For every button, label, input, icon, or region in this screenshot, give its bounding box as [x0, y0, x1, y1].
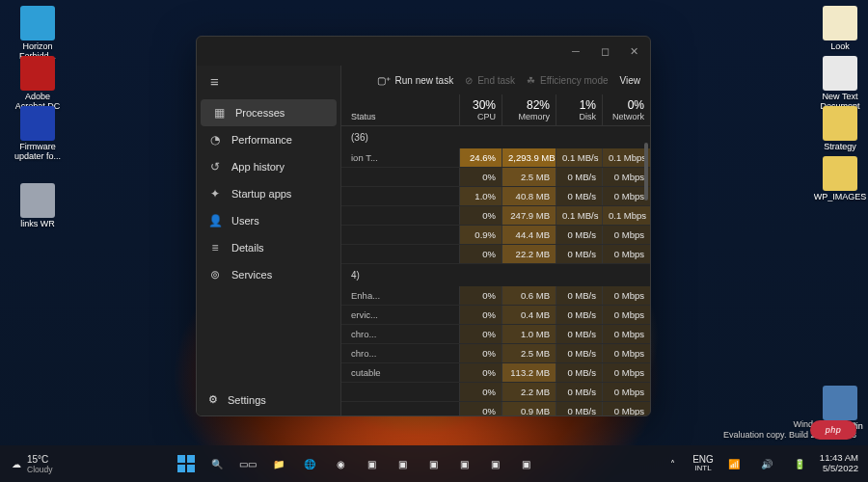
sidebar: ≡ ▦Processes◔Performance↺App history✦Sta…	[197, 66, 341, 415]
build-watermark: Windows 11 Pro Evaluation copy. Build 22…	[723, 419, 856, 442]
search-button[interactable]: 🔍	[204, 451, 230, 476]
hamburger-button[interactable]: ≡	[197, 66, 340, 99]
app-icon[interactable]: ▣	[513, 451, 538, 476]
leaf-icon: ☘	[527, 75, 535, 86]
file-icon	[823, 386, 857, 420]
taskbar-center: 🔍 ▭▭ 📁 🌐 ◉ ▣ ▣ ▣ ▣ ▣ ▣	[52, 451, 660, 476]
processes-icon: ▦	[212, 106, 226, 120]
settings-label: Settings	[228, 394, 266, 406]
app-icon[interactable]: ▣	[359, 451, 384, 476]
svg-rect-1	[187, 455, 195, 463]
desktop-icon[interactable]: links WR	[10, 183, 66, 229]
table-row[interactable]: 0%2.5 MB0 MB/s0 Mbps	[341, 168, 650, 187]
app-icon[interactable]: ▣	[482, 451, 507, 476]
nav-processes[interactable]: ▦Processes	[201, 99, 337, 126]
scrollbar-thumb[interactable]	[644, 143, 648, 201]
file-icon	[20, 56, 55, 91]
volume-icon[interactable]: 🔊	[754, 451, 779, 476]
app-icon[interactable]: ▣	[420, 451, 446, 476]
task-view-button[interactable]: ▭▭	[235, 451, 260, 476]
desktop-icon[interactable]: New Text Document	[812, 56, 868, 112]
col-network[interactable]: 0%Network	[602, 94, 650, 125]
file-icon	[823, 106, 857, 141]
users-icon: 👤	[208, 214, 222, 228]
table-row[interactable]: 0%247.9 MB0.1 MB/s0.1 Mbps	[341, 206, 650, 226]
table-row[interactable]: 1.0%40.8 MB0 MB/s0 Mbps	[341, 187, 650, 206]
desktop-icon[interactable]: Strategy	[812, 106, 868, 152]
tray-chevron-icon[interactable]: ˄	[660, 451, 685, 476]
gear-icon: ⚙	[208, 393, 218, 406]
table-header: Status 30%CPU 82%Memory 1%Disk 0%Network	[341, 94, 650, 126]
table-row[interactable]: 0.9%44.4 MB0 MB/s0 Mbps	[341, 226, 650, 245]
nav-services[interactable]: ⊚Services	[197, 261, 340, 288]
table-row[interactable]: 0%0.9 MB0 MB/s0 Mbps	[341, 402, 650, 415]
svg-rect-3	[187, 465, 195, 472]
language-indicator[interactable]: ENGINTL	[692, 454, 714, 473]
system-tray: ˄ ENGINTL 📶 🔊 🔋 11:43 AM5/5/2022	[660, 451, 868, 476]
svg-rect-0	[177, 455, 185, 463]
process-table: Status 30%CPU 82%Memory 1%Disk 0%Network…	[341, 94, 650, 415]
main-panel: ▢⁺ Run new task ⊘ End task ☘ Efficiency …	[341, 66, 650, 415]
wifi-icon[interactable]: 📶	[721, 451, 746, 476]
table-row[interactable]: chro...0%1.0 MB0 MB/s0 Mbps	[341, 325, 650, 344]
file-icon	[823, 6, 857, 40]
file-icon	[823, 56, 857, 91]
desktop-icon[interactable]: Adobe Acrobat DC	[10, 56, 66, 112]
nav-details[interactable]: ≡Details	[197, 234, 340, 261]
file-icon	[20, 6, 55, 40]
settings-nav-item[interactable]: ⚙ Settings	[197, 386, 340, 415]
table-row[interactable]: Enha...0%0.6 MB0 MB/s0 Mbps	[341, 286, 650, 306]
efficiency-mode-button: ☘ Efficiency mode	[527, 75, 608, 86]
taskbar-weather[interactable]: ☁ 15°C Cloudy	[0, 454, 52, 474]
close-button[interactable]: ✕	[619, 40, 648, 63]
table-row[interactable]: 0%22.2 MB0 MB/s0 Mbps	[341, 245, 650, 264]
nav-performance[interactable]: ◔Performance	[197, 126, 340, 153]
svg-rect-2	[177, 465, 185, 472]
desktop-icon[interactable]: WP_IMAGES	[812, 156, 868, 202]
stop-icon: ⊘	[465, 75, 473, 86]
taskbar: ☁ 15°C Cloudy 🔍 ▭▭ 📁 🌐 ◉ ▣ ▣ ▣ ▣ ▣ ▣ ˄ E…	[0, 445, 868, 482]
table-row[interactable]: ervic...0%0.4 MB0 MB/s0 Mbps	[341, 306, 650, 325]
app-icon[interactable]: ▣	[390, 451, 415, 476]
chrome-icon[interactable]: ◉	[328, 451, 353, 476]
start-button[interactable]	[174, 451, 199, 476]
startup-icon: ✦	[208, 187, 222, 201]
clock[interactable]: 11:43 AM5/5/2022	[820, 453, 858, 474]
app-icon[interactable]: ▣	[451, 451, 476, 476]
maximize-button[interactable]: ◻	[590, 40, 619, 63]
nav-users[interactable]: 👤Users	[197, 207, 340, 234]
col-status[interactable]: Status	[341, 94, 459, 125]
desktop-icon[interactable]: Look	[812, 6, 868, 52]
history-icon: ↺	[208, 160, 222, 174]
process-group[interactable]: (36)	[341, 126, 650, 148]
view-button[interactable]: View	[620, 75, 641, 86]
details-icon: ≡	[208, 241, 222, 254]
nav-startup[interactable]: ✦Startup apps	[197, 180, 340, 207]
nav-history[interactable]: ↺App history	[197, 153, 340, 180]
weather-icon: ☁	[12, 459, 21, 469]
table-row[interactable]: chro...0%2.5 MB0 MB/s0 Mbps	[341, 344, 650, 363]
file-icon	[823, 156, 857, 191]
titlebar[interactable]: ─ ◻ ✕	[197, 37, 650, 66]
explorer-icon[interactable]: 📁	[266, 451, 291, 476]
minimize-button[interactable]: ─	[561, 40, 590, 63]
table-row[interactable]: ion T...24.6%2,293.9 MB0.1 MB/s0.1 Mbps	[341, 148, 650, 168]
edge-icon[interactable]: 🌐	[297, 451, 322, 476]
end-task-button: ⊘ End task	[465, 75, 515, 86]
desktop-icon[interactable]: Firmware updater fo...	[10, 106, 66, 162]
col-cpu[interactable]: 30%CPU	[459, 94, 502, 125]
file-icon	[20, 106, 55, 141]
process-group[interactable]: 4)	[341, 264, 650, 286]
toolbar: ▢⁺ Run new task ⊘ End task ☘ Efficiency …	[341, 66, 650, 94]
task-manager-window: ─ ◻ ✕ ≡ ▦Processes◔Performance↺App histo…	[196, 36, 651, 416]
run-icon: ▢⁺	[377, 75, 391, 86]
col-disk[interactable]: 1%Disk	[556, 94, 602, 125]
table-row[interactable]: 0%2.2 MB0 MB/s0 Mbps	[341, 383, 650, 402]
col-memory[interactable]: 82%Memory	[502, 94, 556, 125]
desktop-icon[interactable]: Horizon Forbidd...	[10, 6, 66, 62]
file-icon	[20, 183, 55, 218]
battery-icon[interactable]: 🔋	[787, 451, 812, 476]
run-new-task-button[interactable]: ▢⁺ Run new task	[377, 75, 454, 86]
table-row[interactable]: cutable0%113.2 MB0 MB/s0 Mbps	[341, 363, 650, 383]
services-icon: ⊚	[208, 268, 222, 281]
